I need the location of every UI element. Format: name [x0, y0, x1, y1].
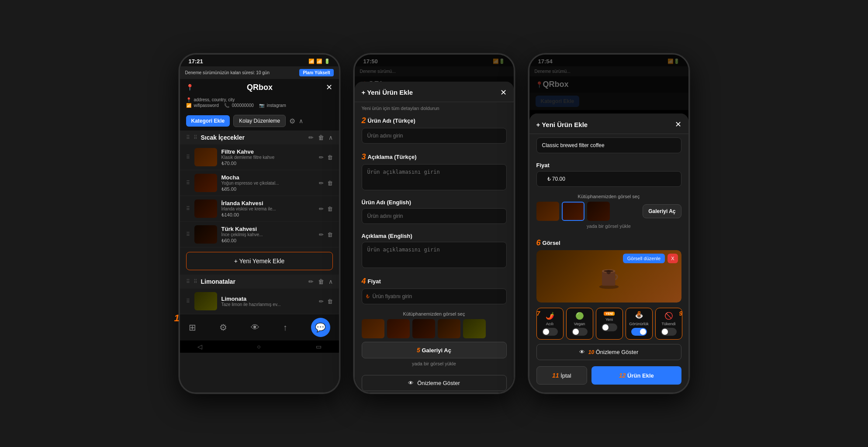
- item-desc-filtre-kahve: Klasik demleme filtre kahve: [221, 155, 315, 160]
- item-drag-handle[interactable]: ⠿: [186, 180, 190, 186]
- gallery-thumb-5[interactable]: [463, 319, 486, 338]
- input-product-name-3[interactable]: [536, 138, 681, 153]
- label-urun-adi-en: Ürün Adı (English): [362, 199, 412, 206]
- gear-icon[interactable]: ⚙: [289, 117, 295, 125]
- modal-sheet-3: + Yeni Ürün Ekle ✕ Fiyat: [529, 113, 688, 392]
- gallery-thumbs-2: [362, 319, 507, 338]
- drag-handle-2[interactable]: ⠿: [186, 279, 190, 285]
- gallery-thumb-1[interactable]: [362, 319, 384, 338]
- item-drag-handle[interactable]: ⠿: [186, 231, 190, 237]
- edit-item-icon[interactable]: ✏: [319, 154, 324, 161]
- chevron-up-icon[interactable]: ∧: [299, 117, 303, 124]
- gallery-thumb-4[interactable]: [438, 319, 460, 338]
- kategori-ekle-button[interactable]: Kategori Ekle: [186, 115, 230, 127]
- delete-item-icon[interactable]: 🗑: [327, 180, 333, 186]
- menu-item-irlanda: ⠿ İrlanda Kahvesi İrlanda viskisi ve kre…: [180, 196, 339, 222]
- modal-overlay-2: + Yeni Ürün Ekle ✕ Yeni ürün için tüm de…: [355, 55, 514, 392]
- edit-item-icon[interactable]: ✏: [319, 231, 324, 238]
- add-yemek-button[interactable]: + Yeni Yemek Ekle: [186, 252, 333, 270]
- delete-image-button[interactable]: X: [667, 254, 678, 263]
- item-desc-irlanda: İrlanda viskisi ve krema ile...: [221, 206, 315, 211]
- status-time-1: 17:21: [189, 58, 203, 65]
- toggle-switch-tukendi[interactable]: [661, 328, 677, 336]
- soldout-icon: 🚫: [664, 312, 673, 320]
- phone-3: 17:54 📶🔋 Deneme sürümü... 📍 QRbox: [528, 53, 690, 394]
- item-desc-limonata: Taze limon ile hazırlanmış ev...: [221, 302, 315, 307]
- edit-category-icon[interactable]: ✏: [308, 134, 314, 141]
- collapse-cat2-icon[interactable]: ∧: [329, 278, 333, 285]
- modal-title-3: + Yeni Ürün Ekle: [536, 121, 588, 128]
- screen-3: 17:54 📶🔋 Deneme sürümü... 📍 QRbox: [529, 55, 688, 392]
- edit-cat2-icon[interactable]: ✏: [308, 278, 314, 285]
- edit-item-icon[interactable]: ✏: [319, 180, 324, 186]
- preview-button-3[interactable]: 👁 10 Önizleme Göster: [536, 344, 681, 360]
- modal-overlay-3: + Yeni Ürün Ekle ✕ Fiyat: [529, 55, 688, 392]
- collapse-category-icon[interactable]: ∧: [329, 134, 333, 141]
- upload-icon[interactable]: ↑: [283, 323, 287, 333]
- delete-limonata-icon[interactable]: 🗑: [327, 298, 333, 305]
- label-fiyat-3: Fiyat: [536, 162, 550, 168]
- gallery-thumb-2[interactable]: [387, 319, 410, 338]
- toggle-switch-acili[interactable]: [542, 328, 558, 336]
- edit-limonata-icon[interactable]: ✏: [319, 298, 324, 305]
- textarea-aciklama-tr[interactable]: [362, 164, 507, 190]
- item-image-turk: [194, 225, 217, 244]
- add-product-button-3[interactable]: 12 Ürün Ekle: [591, 366, 681, 385]
- back-button[interactable]: ◁: [197, 343, 202, 350]
- recents-button[interactable]: ▭: [316, 343, 322, 350]
- gallery-thumb-3-1[interactable]: [536, 202, 559, 221]
- item-name-mocha: Mocha: [221, 174, 315, 181]
- edit-image-button[interactable]: Görsell düzenle: [623, 254, 665, 263]
- input-urun-adi-en[interactable]: [362, 208, 507, 224]
- fire-icon: 🌶️: [546, 312, 554, 320]
- preview-button-2[interactable]: 👁 Önizleme Göster: [362, 375, 507, 391]
- home-button[interactable]: ○: [257, 343, 260, 350]
- galeri-ac-button-2[interactable]: 5 Galeriyi Aç: [362, 342, 507, 358]
- label-fiyat-2: Fiyat: [368, 278, 381, 285]
- category-name-2: Limonatalar: [201, 278, 305, 285]
- delete-cat2-icon[interactable]: 🗑: [318, 278, 324, 285]
- kolay-duzenleme-button[interactable]: Kolay Düzenleme: [233, 115, 286, 127]
- delete-item-icon[interactable]: 🗑: [327, 206, 333, 212]
- gallery-thumb-3-2[interactable]: [562, 202, 584, 221]
- field-fiyat-2: 4 Fiyat ₺: [355, 273, 514, 308]
- item-drag-handle[interactable]: ⠿: [186, 298, 190, 304]
- fab-button[interactable]: 💬: [311, 318, 330, 337]
- gallery-label-3: Kütüphanemizden görsel seç: [536, 194, 681, 199]
- drag-handle[interactable]: ⠿: [186, 134, 190, 141]
- upgrade-button-1[interactable]: Planı Yükselt: [299, 69, 333, 76]
- item-price-mocha: ₺85.00: [221, 186, 315, 192]
- eye-icon[interactable]: 👁: [251, 323, 259, 333]
- textarea-aciklama-en[interactable]: [362, 242, 507, 268]
- modal-sheet-2: + Yeni Ürün Ekle ✕ Yeni ürün için tüm de…: [355, 82, 514, 392]
- delete-item-icon[interactable]: 🗑: [327, 231, 333, 238]
- toggle-switch-yeni[interactable]: [602, 323, 617, 331]
- delete-category-icon[interactable]: 🗑: [318, 134, 324, 141]
- coffee-cup-svg: [591, 259, 626, 294]
- gallery-thumb-3[interactable]: [412, 319, 435, 338]
- delete-item-icon[interactable]: 🗑: [327, 154, 333, 161]
- app-title-1: QRbox: [247, 83, 273, 92]
- toggle-switch-vegan[interactable]: [572, 328, 588, 336]
- settings-icon[interactable]: ⚙: [219, 322, 227, 333]
- close-icon-1[interactable]: ✕: [326, 83, 332, 92]
- label-urun-adi-tr: Ürün Adı (Türkçe): [368, 117, 415, 124]
- price-input-2[interactable]: [362, 289, 507, 304]
- label-aciklama-en: Açıklama (English): [362, 233, 412, 239]
- gallery-thumb-3-3[interactable]: [587, 202, 610, 221]
- price-input-3[interactable]: [536, 171, 681, 187]
- cancel-button-3[interactable]: 11 İptal: [536, 366, 588, 385]
- edit-item-icon[interactable]: ✏: [319, 206, 324, 212]
- item-drag-handle[interactable]: ⠿: [186, 154, 190, 160]
- qr-icon[interactable]: ⊞: [189, 322, 196, 333]
- input-urun-adi-tr[interactable]: [362, 128, 507, 144]
- toggle-switch-gorunurluk[interactable]: [631, 328, 647, 336]
- field-urun-adi-en: Ürün Adı (English): [355, 196, 514, 229]
- modal-close-3[interactable]: ✕: [675, 120, 681, 129]
- gorsel-section: 6 Görsel: [529, 235, 688, 248]
- item-price-irlanda: ₺140.00: [221, 212, 315, 218]
- galeri-ac-button-3[interactable]: Galeriyi Aç: [643, 204, 681, 218]
- gallery-section-3: Kütüphanemizden görsel seç Galeriyi Aç y…: [529, 190, 688, 235]
- item-drag-handle[interactable]: ⠿: [186, 206, 190, 212]
- modal-close-2[interactable]: ✕: [500, 88, 507, 97]
